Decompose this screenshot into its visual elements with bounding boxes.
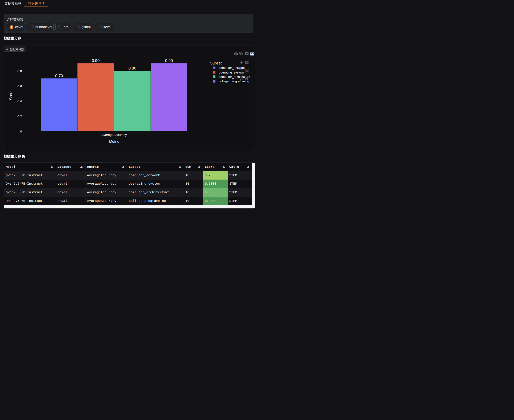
svg-text:0.80: 0.80 bbox=[128, 66, 136, 70]
svg-text:AverageAccuracy: AverageAccuracy bbox=[101, 133, 127, 136]
svg-text:0: 0 bbox=[20, 130, 22, 133]
svg-text:0.4: 0.4 bbox=[17, 99, 22, 103]
svg-text:computer_architecture: computer_architecture bbox=[219, 75, 250, 79]
svg-text:Subset: Subset bbox=[210, 61, 222, 65]
svg-text:0.90: 0.90 bbox=[165, 58, 173, 63]
svg-text:0.8: 0.8 bbox=[17, 69, 22, 73]
svg-text:0.6: 0.6 bbox=[17, 84, 22, 88]
svg-text:Metric: Metric bbox=[109, 139, 119, 144]
svg-text:0.2: 0.2 bbox=[17, 114, 22, 118]
svg-text:0.70: 0.70 bbox=[55, 74, 63, 78]
svg-text:Score: Score bbox=[9, 90, 13, 100]
svg-text:0.90: 0.90 bbox=[92, 58, 99, 63]
svg-text:computer_network: computer_network bbox=[219, 66, 245, 69]
svg-text:college_programming: college_programming bbox=[219, 79, 249, 83]
